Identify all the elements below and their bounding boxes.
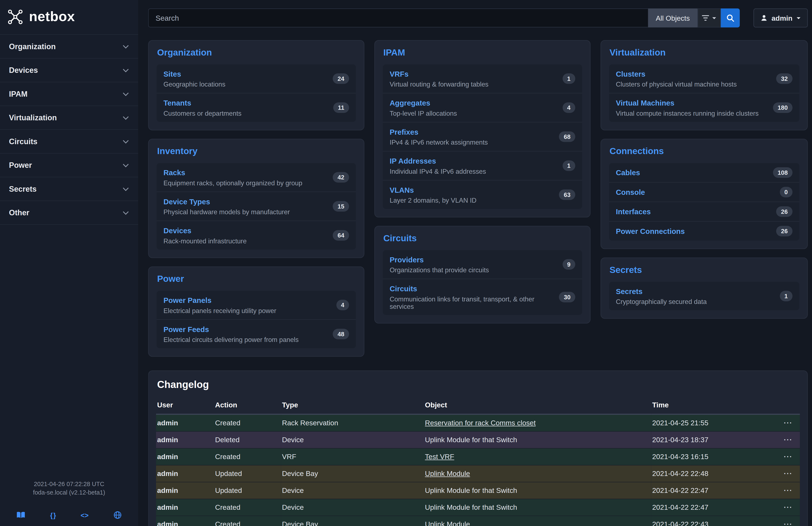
item-link[interactable]: Racks xyxy=(163,168,185,177)
card-item-vrfs[interactable]: VRFsVirtual routing & forwarding tables1 xyxy=(383,65,582,93)
search-filter-button[interactable] xyxy=(698,9,721,27)
item-text: Cables xyxy=(616,168,640,177)
card-item-console[interactable]: Console0 xyxy=(609,182,800,202)
main-content: All Objects xyxy=(138,0,812,526)
cell-object: Uplink Module xyxy=(424,516,651,526)
card-item-cables[interactable]: Cables108 xyxy=(609,163,800,182)
sidebar-item-secrets[interactable]: Secrets xyxy=(0,177,138,201)
sidebar-item-organization[interactable]: Organization xyxy=(0,34,138,58)
card-item-aggregates[interactable]: AggregatesTop-level IP allocations4 xyxy=(383,93,582,122)
item-link[interactable]: Sites xyxy=(163,70,181,78)
card-item-racks[interactable]: RacksEquipment racks, optionally organiz… xyxy=(157,163,356,191)
card-item-clusters[interactable]: ClustersClusters of physical virtual mac… xyxy=(609,65,800,93)
sidebar-item-circuits[interactable]: Circuits xyxy=(0,129,138,153)
row-actions-button[interactable]: ··· xyxy=(769,516,800,526)
home-link[interactable]: netbox xyxy=(0,0,138,34)
chevron-down-icon xyxy=(122,90,129,98)
changelog-row: adminCreatedDeviceUplink Module for that… xyxy=(156,499,800,516)
item-text: RacksEquipment racks, optionally organiz… xyxy=(163,168,302,187)
item-link[interactable]: Prefixes xyxy=(390,128,418,136)
sidebar-item-virtualization[interactable]: Virtualization xyxy=(0,105,138,129)
item-link[interactable]: VLANs xyxy=(390,186,414,194)
item-link[interactable]: VRFs xyxy=(390,70,408,78)
count-badge: 48 xyxy=(333,329,349,339)
item-link[interactable]: Power Feeds xyxy=(163,325,209,333)
item-link[interactable]: Cables xyxy=(616,168,640,177)
card-item-tenants[interactable]: TenantsCustomers or departments11 xyxy=(157,93,356,122)
item-description: Clusters of physical virtual machine hos… xyxy=(616,81,737,88)
item-link[interactable]: Device Types xyxy=(163,197,210,206)
card-item-circuits[interactable]: CircuitsCommunication links for transit,… xyxy=(383,279,582,315)
cell-action: Updated xyxy=(214,465,281,482)
card-item-providers[interactable]: ProvidersOrganizations that provide circ… xyxy=(383,250,582,279)
item-link[interactable]: Providers xyxy=(390,255,424,264)
count-badge: 26 xyxy=(777,226,793,237)
search-submit-button[interactable] xyxy=(721,9,740,27)
item-link[interactable]: Devices xyxy=(163,227,191,235)
count-badge: 1 xyxy=(562,73,575,84)
column-header-type: Type xyxy=(281,397,424,414)
card-title: Virtualization xyxy=(610,47,799,58)
count-badge: 42 xyxy=(333,172,349,183)
card-item-virtual-machines[interactable]: Virtual MachinesVirtual compute instance… xyxy=(609,93,800,122)
user-menu-button[interactable]: admin xyxy=(754,9,808,27)
row-actions-button[interactable]: ··· xyxy=(769,448,800,465)
row-actions-button[interactable]: ··· xyxy=(769,431,800,448)
object-link[interactable]: Uplink Module xyxy=(425,520,470,526)
card-item-secrets[interactable]: SecretsCryptographically secured data1 xyxy=(609,282,800,310)
object-link[interactable]: Reservation for rack Comms closet xyxy=(425,419,536,427)
card-item-ip-addresses[interactable]: IP AddressesIndividual IPv4 & IPv6 addre… xyxy=(383,151,582,180)
item-link[interactable]: Power Connections xyxy=(616,227,685,235)
cell-user: admin xyxy=(156,414,214,431)
item-link[interactable]: Circuits xyxy=(390,285,417,293)
card-item-list: VRFsVirtual routing & forwarding tables1… xyxy=(383,65,582,209)
card-item-list: Power PanelsElectrical panels receiving … xyxy=(157,291,356,349)
api-code-icon[interactable]: <> xyxy=(81,511,89,519)
sidebar-item-other[interactable]: Other xyxy=(0,200,138,225)
cell-time: 2021-04-22 22:47 xyxy=(651,482,769,499)
rest-api-braces-icon[interactable]: { } xyxy=(50,511,56,519)
count-badge: 68 xyxy=(559,131,575,142)
card-item-interfaces[interactable]: Interfaces26 xyxy=(609,202,800,221)
changelog-row: adminDeletedDeviceUplink Module for that… xyxy=(156,431,800,448)
object-link[interactable]: Uplink Module xyxy=(425,470,470,478)
card-item-power-connections[interactable]: Power Connections26 xyxy=(609,221,800,241)
item-text: AggregatesTop-level IP allocations xyxy=(390,98,457,117)
item-link[interactable]: Aggregates xyxy=(390,99,431,107)
item-link[interactable]: Tenants xyxy=(163,99,191,107)
card-circuits: CircuitsProvidersOrganizations that prov… xyxy=(374,226,591,324)
row-actions-button[interactable]: ··· xyxy=(769,482,800,499)
object-link[interactable]: Test VRF xyxy=(425,453,454,461)
card-item-device-types[interactable]: Device TypesPhysical hardware models by … xyxy=(157,191,356,221)
source-globe-icon[interactable] xyxy=(113,511,122,519)
card-item-sites[interactable]: SitesGeographic locations24 xyxy=(157,65,356,93)
item-link[interactable]: Console xyxy=(616,188,645,196)
footer-icon-row: { } <> xyxy=(0,511,138,519)
column-header-time: Time xyxy=(651,397,769,414)
cell-object: Uplink Module for that Switch xyxy=(424,482,651,499)
chevron-down-icon xyxy=(122,162,129,169)
card-item-power-feeds[interactable]: Power FeedsElectrical circuits deliverin… xyxy=(157,319,356,349)
sidebar-item-devices[interactable]: Devices xyxy=(0,58,138,82)
item-link[interactable]: Secrets xyxy=(616,287,642,296)
card-item-prefixes[interactable]: PrefixesIPv4 & IPv6 network assignments6… xyxy=(383,122,582,151)
item-link[interactable]: IP Addresses xyxy=(390,157,436,165)
item-text: DevicesRack-mounted infrastructure xyxy=(163,226,247,245)
row-actions-button[interactable]: ··· xyxy=(769,499,800,516)
item-text: ProvidersOrganizations that provide circ… xyxy=(390,255,489,274)
sidebar-item-power[interactable]: Power xyxy=(0,153,138,177)
row-actions-button[interactable]: ··· xyxy=(769,465,800,482)
search-scope-button[interactable]: All Objects xyxy=(648,9,698,27)
item-link[interactable]: Virtual Machines xyxy=(616,99,675,107)
row-actions-button[interactable]: ··· xyxy=(769,414,800,431)
item-link[interactable]: Clusters xyxy=(616,70,646,78)
item-link[interactable]: Interfaces xyxy=(616,208,651,216)
card-item-power-panels[interactable]: Power PanelsElectrical panels receiving … xyxy=(157,291,356,319)
docs-book-icon[interactable] xyxy=(16,511,26,519)
item-link[interactable]: Power Panels xyxy=(163,296,212,304)
card-item-vlans[interactable]: VLANsLayer 2 domains, by VLAN ID63 xyxy=(383,180,582,209)
card-item-devices[interactable]: DevicesRack-mounted infrastructure64 xyxy=(157,221,356,250)
search-input[interactable] xyxy=(148,9,648,27)
sidebar-item-ipam[interactable]: IPAM xyxy=(0,82,138,106)
count-badge: 180 xyxy=(773,102,793,113)
